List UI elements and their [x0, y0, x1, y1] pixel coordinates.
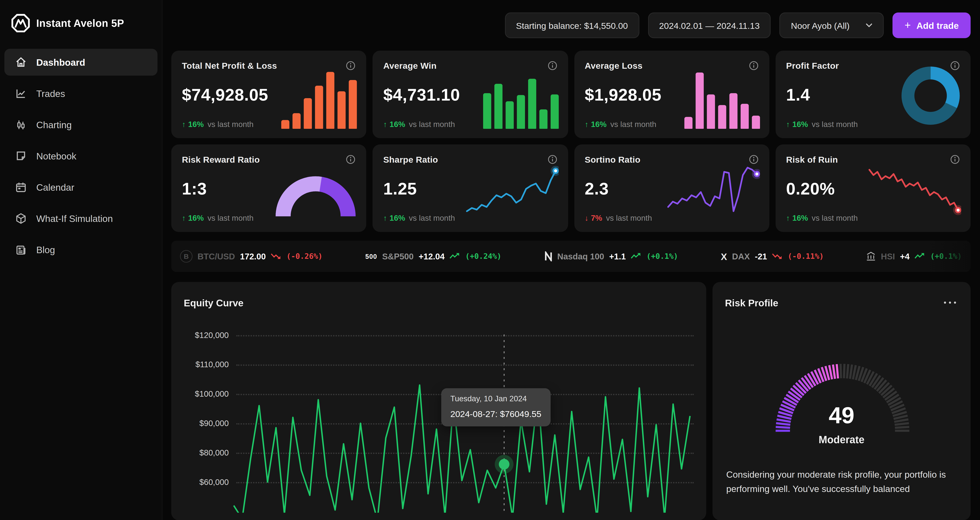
sidebar-item-what-if-simulation[interactable]: What-If Simulation [5, 205, 158, 232]
dax-icon: X [721, 251, 727, 262]
tooltip-value: 2024-08-27: $76049.55 [450, 409, 541, 419]
ticker-change: (+0.1%) [930, 252, 962, 261]
info-icon[interactable] [748, 61, 759, 71]
mini-bar-chart [684, 69, 760, 129]
donut-chart [900, 65, 961, 129]
stat-card-profit-factor: Profit Factor 1.4 ↑ 16% vs last month [775, 51, 971, 138]
sidebar-item-label: Charting [36, 119, 72, 130]
trend-down-icon [772, 251, 783, 262]
risk-score: 49 [713, 403, 970, 429]
sidebar-item-label: Calendar [36, 182, 74, 193]
delta-percent: 16% [591, 120, 607, 129]
delta-percent: 16% [792, 214, 808, 223]
sidebar-item-label: Blog [36, 244, 55, 255]
card-title: Average Loss [585, 61, 643, 71]
ticker-item-nasdaq100: Nasdaq 100 +1.1 (+0.1%) [544, 251, 678, 262]
ticker-item-dax: X DAX -21 (-0.11%) [721, 251, 824, 262]
delta-arrow-icon: ↑ [786, 214, 790, 223]
account-selector[interactable]: Noor Ayob (All) [780, 13, 884, 38]
account-selector-value: Noor Ayob (All) [791, 20, 850, 30]
mini-bar-chart [282, 69, 357, 129]
delta-note: vs last month [606, 214, 652, 223]
nasdaq-icon [544, 251, 552, 262]
delta-percent: 16% [188, 120, 204, 129]
delta-arrow-icon: ↑ [786, 120, 790, 129]
card-title: Sharpe Ratio [383, 155, 438, 164]
ticker-symbol: DAX [732, 252, 750, 261]
ticker-change: (+0.24%) [465, 252, 501, 261]
card-delta: ↑ 16% vs last month [383, 120, 455, 129]
card-delta: ↑ 16% vs last month [182, 214, 254, 223]
ticker-symbol: S&P500 [382, 252, 414, 261]
notebook-icon [15, 150, 27, 162]
ticker-symbol: Nasdaq 100 [557, 252, 604, 261]
plus-icon: + [905, 19, 911, 32]
starting-balance-pill[interactable]: Starting balance: $14,550.00 [505, 13, 639, 38]
calendar-icon [15, 182, 27, 193]
equity-curve-panel: Equity Curve $120,000 $110,000 $100,000 … [171, 282, 706, 520]
sparkline-chart [666, 161, 760, 223]
card-delta: ↑ 16% vs last month [182, 120, 254, 129]
risk-profile-panel: Risk Profile 49 Moderate Considering you… [713, 282, 970, 520]
trend-up-icon [915, 251, 925, 262]
sidebar-item-calendar[interactable]: Calendar [5, 174, 158, 201]
chart-tooltip: Tuesday, 10 Jan 2024 2024-08-27: $76049.… [441, 388, 551, 426]
chevron-down-icon [866, 23, 873, 28]
stat-card-sharpe-ratio: Sharpe Ratio 1.25 ↑ 16% vs last month [373, 145, 568, 232]
topbar: Starting balance: $14,550.00 2024.02.01 … [171, 0, 970, 51]
sparkline-chart [867, 161, 961, 223]
sparkline-chart [465, 161, 558, 223]
delta-arrow-icon: ↑ [585, 120, 589, 129]
info-icon[interactable] [547, 61, 557, 71]
ticker-symbol: BTC/USD [197, 252, 235, 261]
delta-arrow-icon: ↑ [383, 214, 387, 223]
market-ticker: B BTC/USD 172.00 (-0.26%) 500 S&P500 +12… [171, 241, 970, 272]
delta-percent: 16% [390, 214, 405, 223]
sidebar-item-notebook[interactable]: Notebook [5, 142, 158, 169]
sidebar-item-trades[interactable]: Trades [5, 80, 158, 107]
ticker-value: +12.04 [419, 252, 445, 261]
delta-percent: 16% [792, 120, 808, 129]
card-delta: ↑ 16% vs last month [585, 120, 656, 129]
ticker-change: (-0.11%) [788, 252, 824, 261]
delta-percent: 16% [188, 214, 204, 223]
ticker-value: -21 [755, 252, 767, 261]
mini-bar-chart [483, 69, 558, 129]
sidebar-item-label: Dashboard [36, 57, 85, 67]
delta-note: vs last month [409, 214, 455, 223]
equity-line-chart[interactable] [171, 282, 706, 513]
home-icon [15, 56, 27, 68]
ticker-value: 172.00 [240, 252, 266, 261]
sidebar-item-label: What-If Simulation [36, 213, 113, 224]
date-range-picker[interactable]: 2024.02.01 — 2024.11.13 [648, 13, 771, 38]
ticker-symbol: HSI [881, 252, 895, 261]
stat-card-total-net-profit-loss: Total Net Profit & Loss $74,928.05 ↑ 16%… [171, 51, 366, 138]
card-title: Sortino Ratio [585, 155, 641, 164]
card-title: Average Win [383, 61, 436, 71]
sidebar-item-charting[interactable]: Charting [5, 111, 158, 138]
card-title: Risk of Ruin [786, 155, 838, 164]
ticker-item-sp500: 500 S&P500 +12.04 (+0.24%) [365, 251, 501, 262]
ticker-value: +4 [900, 252, 910, 261]
sidebar-item-dashboard[interactable]: Dashboard [5, 49, 158, 76]
stat-card-risk-of-ruin: Risk of Ruin 0.20% ↑ 16% vs last month [775, 145, 971, 232]
card-title: Profit Factor [786, 61, 839, 71]
info-icon[interactable] [346, 155, 356, 164]
delta-arrow-icon: ↑ [182, 214, 186, 223]
lower-panels: Equity Curve $120,000 $110,000 $100,000 … [171, 282, 970, 520]
delta-note: vs last month [409, 120, 455, 129]
sidebar-item-blog[interactable]: Blog [5, 236, 158, 263]
info-icon[interactable] [346, 61, 356, 71]
sp500-icon: 500 [365, 252, 377, 260]
app-window: Instant Avelon 5P Dashboard Trades Chart… [0, 0, 980, 520]
add-trade-button[interactable]: + Add trade [893, 13, 971, 38]
trades-chart-icon [15, 88, 27, 99]
btc-icon: B [180, 250, 192, 263]
hsi-bank-icon [867, 251, 876, 262]
delta-note: vs last month [812, 120, 858, 129]
trend-up-icon [631, 251, 641, 262]
blog-icon [15, 244, 27, 256]
stat-card-average-win: Average Win $4,731.10 ↑ 16% vs last mont… [373, 51, 568, 138]
delta-arrow-icon: ↓ [585, 214, 589, 223]
delta-note: vs last month [610, 120, 656, 129]
